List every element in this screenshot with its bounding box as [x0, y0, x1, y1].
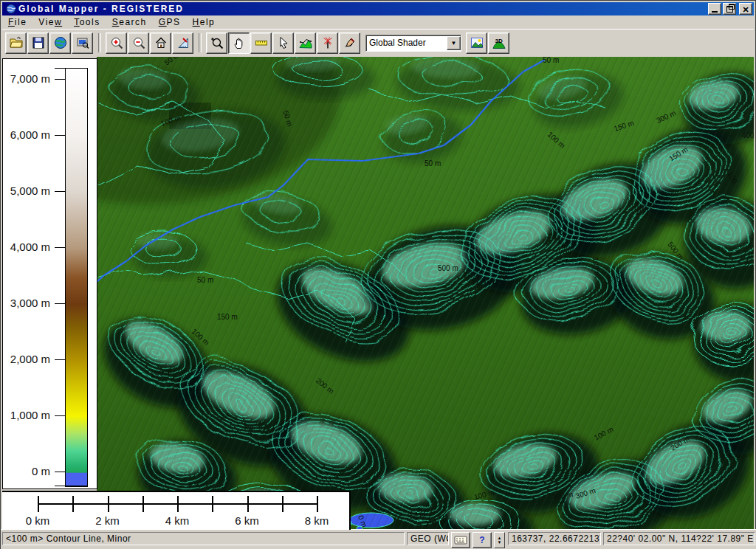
scale-tick: [282, 496, 284, 512]
legend-tick: [55, 247, 65, 248]
feature-info-tool-icon: [277, 36, 290, 49]
scale-label: 6 km: [225, 514, 269, 527]
zoom-to-scale-button[interactable]: [172, 32, 193, 54]
pan-tool-icon: [233, 36, 246, 49]
full-view-button[interactable]: [150, 32, 171, 54]
legend-tick-label: 2,000 m: [4, 353, 50, 365]
zoom-tool-button[interactable]: [206, 32, 227, 54]
save-workspace-icon: [32, 36, 45, 49]
menu-item-tools[interactable]: Tools: [68, 16, 106, 28]
toolbar: Global Shader▼3D: [2, 29, 754, 56]
window-title: Global Mapper - REGISTERED: [18, 4, 707, 14]
path-profile-tool-icon: [299, 36, 312, 49]
status-lat-lon: 22?40' 02.00" N, 114?22' 17.89" E: [603, 532, 755, 545]
toolbar-separator: [199, 33, 202, 52]
title-bar: Global Mapper - REGISTERED ✕: [2, 2, 754, 15]
lake: [349, 513, 394, 528]
scale-tick: [72, 496, 74, 512]
legend-cap-line: [55, 486, 88, 486]
scale-tick: [142, 496, 144, 512]
load-online-data-button[interactable]: [49, 32, 71, 54]
digitizer-tool-button[interactable]: [339, 32, 360, 54]
3d-view-button[interactable]: 3D: [488, 32, 509, 54]
scale-tick: [38, 496, 39, 512]
legend-tick-label: 4,000 m: [4, 241, 50, 253]
scale-tick: [247, 496, 249, 512]
restore-icon: [726, 6, 733, 13]
status-projection: GEO (WGS84: [407, 532, 449, 545]
contour-label: 50 m: [543, 57, 559, 64]
elevation-colorbar: [65, 68, 88, 487]
contour-label: 50 m: [425, 159, 441, 168]
zoom-tool-icon: [210, 36, 224, 49]
elevation-legend: 7,000 m6,000 m5,000 m4,000 m3,000 m2,000…: [2, 58, 97, 489]
close-button[interactable]: ✕: [739, 3, 752, 15]
scale-label: 4 km: [155, 514, 199, 527]
contour-label: 400: [742, 131, 754, 139]
terrain-map: 50 m100 m50 m50 m50 m50 m100 m300 m150 m…: [97, 57, 754, 529]
contour-label: 150 m: [217, 313, 238, 321]
legend-tick: [55, 191, 65, 192]
legend-tick-label: 0 m: [4, 465, 50, 477]
3d-view-icon: 3D: [492, 36, 506, 49]
app-window: Global Mapper - REGISTERED ✕ FileViewToo…: [0, 0, 756, 549]
status-help-button[interactable]: ?: [472, 532, 492, 548]
zoom-to-scale-icon: [176, 36, 190, 49]
full-view-icon: [154, 36, 168, 49]
menu-item-file[interactable]: File: [2, 16, 32, 28]
legend-tick: [55, 135, 65, 136]
toolbar-group-3: [206, 32, 361, 54]
zoom-out-icon: [132, 36, 145, 49]
scale-tick: [212, 496, 213, 512]
toolbar-group-2: [106, 32, 194, 54]
status-cursor-coordinates: 163737, 22.66722137 ): [508, 532, 601, 545]
zoom-in-button[interactable]: [106, 32, 127, 54]
save-workspace-button[interactable]: [27, 32, 49, 54]
status-feature-text: <100 m> Contour Line, Minor: [2, 532, 405, 545]
raster-options-icon: [470, 36, 484, 49]
minimize-button[interactable]: [708, 3, 721, 15]
menu-item-gps[interactable]: GPS: [153, 16, 187, 28]
legend-tick-label: 5,000 m: [4, 184, 50, 197]
scale-label: 8 km: [295, 514, 339, 527]
shader-selected-value: Global Shader: [366, 38, 447, 48]
shader-select[interactable]: Global Shader▼: [365, 35, 461, 52]
app-icon: [6, 4, 16, 14]
view-shed-tool-icon: [321, 36, 334, 49]
menu-item-view[interactable]: View: [32, 16, 68, 28]
feature-info-tool-button[interactable]: [272, 32, 294, 54]
spinner-down-icon: ▼: [498, 540, 502, 545]
keyboard-icon: [454, 535, 467, 545]
scale-label: 2 km: [86, 514, 130, 527]
open-file-button[interactable]: [5, 32, 27, 54]
scale-tick: [108, 496, 109, 512]
toolbar-group-4: 3D: [466, 32, 510, 54]
legend-tick: [55, 79, 65, 80]
raster-options-button[interactable]: [466, 32, 487, 54]
restore-button[interactable]: [723, 3, 736, 15]
chevron-down-icon[interactable]: ▼: [447, 36, 461, 50]
legend-tick: [55, 303, 65, 304]
zoom-out-button[interactable]: [128, 32, 149, 54]
screen-capture-button[interactable]: [72, 32, 93, 54]
scale-tick: [177, 496, 179, 512]
legend-tick-label: 1,000 m: [4, 409, 50, 421]
help-icon: ?: [479, 535, 484, 545]
map-view[interactable]: 50 m100 m50 m50 m50 m50 m100 m300 m150 m…: [97, 57, 754, 529]
legend-tick: [55, 415, 65, 416]
menu-item-help[interactable]: Help: [187, 16, 221, 28]
status-spinner[interactable]: ▲▼: [494, 532, 505, 548]
menu-item-search[interactable]: Search: [106, 16, 153, 28]
view-shed-tool-button[interactable]: [317, 32, 338, 54]
svg-text:3D: 3D: [495, 38, 502, 44]
legend-cap-line: [55, 68, 88, 69]
measure-tool-button[interactable]: [250, 32, 272, 54]
scale-tick: [317, 496, 318, 512]
zoom-in-icon: [110, 36, 123, 49]
menu-bar: FileViewToolsSearchGPSHelp: [2, 15, 754, 29]
legend-tick: [55, 472, 65, 472]
status-bar: <100 m> Contour Line, Minor GEO (WGS84 ?…: [1, 529, 756, 549]
path-profile-tool-button[interactable]: [295, 32, 316, 54]
pan-tool-button[interactable]: [228, 32, 250, 54]
coordinate-format-button[interactable]: [451, 532, 470, 548]
